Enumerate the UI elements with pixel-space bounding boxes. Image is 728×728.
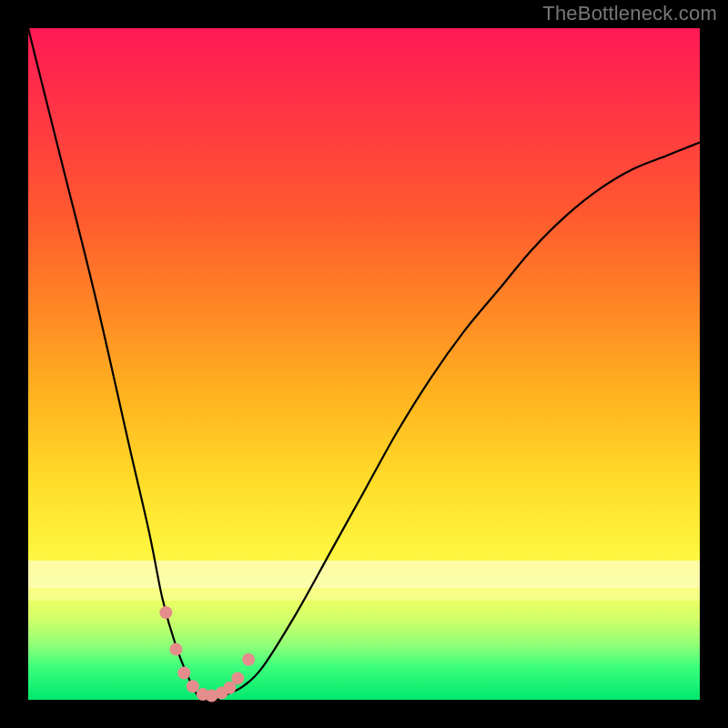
plot-area — [28, 28, 700, 700]
chart-frame: TheBottleneck.com — [0, 0, 728, 728]
marker-dot — [169, 643, 182, 656]
marker-dot — [187, 680, 199, 693]
marker-dot — [177, 667, 190, 680]
curve-svg — [28, 28, 700, 700]
marker-dot — [231, 672, 244, 684]
marker-dot — [159, 606, 172, 619]
watermark-text: TheBottleneck.com — [542, 2, 717, 25]
bottleneck-curve — [28, 28, 700, 701]
marker-dot — [242, 653, 255, 666]
